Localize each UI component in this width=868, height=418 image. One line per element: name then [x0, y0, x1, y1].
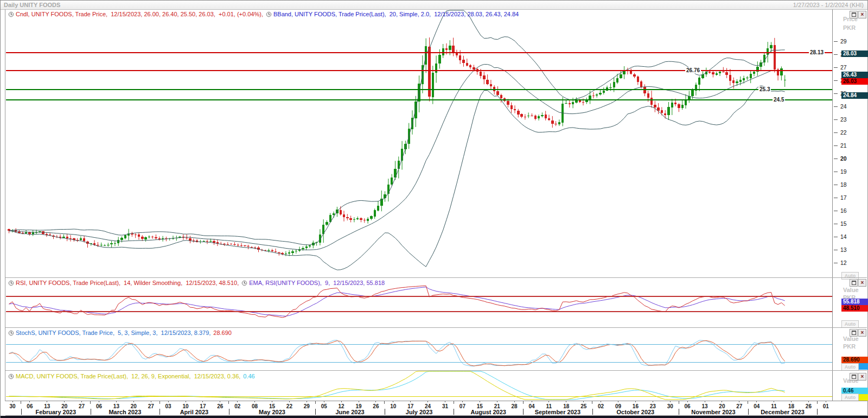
axis-separator — [832, 9, 833, 401]
window-bottom-edge — [1, 416, 868, 418]
panel-separator[interactable] — [5, 370, 867, 371]
rsi-panel-graphics — [9, 286, 785, 318]
x-axis-line — [5, 401, 867, 401]
price-panel-graphics — [8, 10, 786, 270]
panel-separator[interactable] — [5, 277, 867, 278]
chart-canvas[interactable] — [1, 1, 868, 418]
panel-separator[interactable] — [5, 327, 867, 328]
macd-panel-graphics — [9, 371, 785, 400]
chart-window: Daily UNITY FOODS 1/27/2023 - 1/2/2024 (… — [0, 0, 868, 418]
